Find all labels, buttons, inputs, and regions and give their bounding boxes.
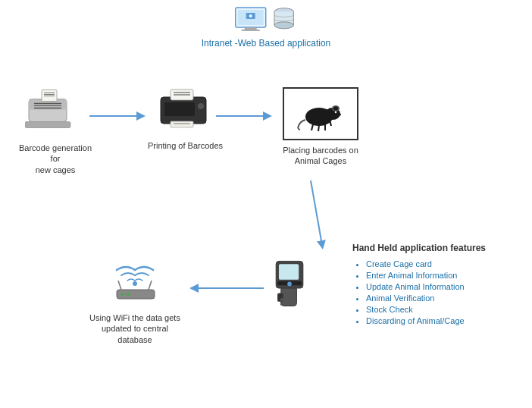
svg-point-8 bbox=[274, 22, 293, 29]
svg-rect-54 bbox=[292, 303, 296, 306]
feature-item: Update Animal Information bbox=[366, 282, 486, 291]
svg-point-60 bbox=[127, 293, 130, 296]
feature-item: Enter Animal Information bbox=[366, 271, 486, 280]
feature-item: Discarding of Animal/Cage bbox=[366, 316, 486, 325]
svg-rect-14 bbox=[42, 90, 57, 102]
printer-icon bbox=[157, 83, 214, 136]
svg-rect-52 bbox=[280, 303, 285, 306]
diagram-container: Intranet -Web Based application B bbox=[0, 0, 532, 408]
svg-rect-51 bbox=[292, 298, 296, 301]
svg-rect-28 bbox=[164, 102, 195, 116]
svg-rect-18 bbox=[25, 122, 70, 128]
scanner-icon bbox=[25, 82, 86, 138]
cage-box bbox=[283, 87, 358, 140]
svg-line-62 bbox=[149, 281, 152, 290]
features-list: Create Cage cardEnter Animal Information… bbox=[352, 259, 486, 325]
svg-rect-53 bbox=[286, 303, 290, 306]
svg-point-59 bbox=[121, 293, 124, 296]
feature-item: Stock Check bbox=[366, 305, 486, 314]
top-label: Intranet -Web Based application bbox=[202, 38, 331, 49]
svg-line-61 bbox=[118, 281, 121, 290]
printer-label: Printing of Barcodes bbox=[148, 140, 223, 151]
svg-point-57 bbox=[133, 281, 137, 286]
svg-line-42 bbox=[311, 180, 322, 245]
svg-rect-45 bbox=[279, 264, 299, 280]
wifi-router-icon bbox=[111, 256, 160, 309]
diagonal-arrow bbox=[288, 177, 349, 253]
scanner-label: Barcode generation for new cages bbox=[14, 143, 97, 175]
wifi-label: Using WiFi the data gets updated to cent… bbox=[89, 312, 180, 345]
feature-item: Animal Verification bbox=[366, 293, 486, 303]
features-title: Hand Held application features bbox=[352, 243, 486, 253]
svg-rect-2 bbox=[242, 30, 260, 31]
cage-label: Placing barcodes on Animal Cages bbox=[279, 145, 362, 167]
svg-line-36 bbox=[311, 124, 313, 130]
top-icons bbox=[234, 6, 298, 35]
svg-rect-25 bbox=[171, 121, 193, 127]
svg-rect-50 bbox=[286, 298, 290, 301]
features-section: Hand Held application features Create Ca… bbox=[352, 243, 486, 328]
svg-point-34 bbox=[333, 106, 338, 110]
svg-point-5 bbox=[249, 14, 252, 17]
svg-rect-49 bbox=[280, 298, 285, 301]
svg-point-40 bbox=[338, 113, 341, 115]
svg-line-37 bbox=[318, 125, 319, 131]
handheld-scanner-icon bbox=[269, 254, 311, 314]
svg-point-27 bbox=[198, 103, 204, 109]
arrow-scanner-printer bbox=[89, 108, 146, 127]
svg-rect-1 bbox=[245, 27, 257, 30]
arrow-printer-cage bbox=[216, 108, 273, 127]
svg-point-35 bbox=[334, 111, 336, 112]
database-icon bbox=[271, 6, 298, 35]
top-section: Intranet -Web Based application bbox=[202, 6, 331, 49]
feature-item: Create Cage card bbox=[366, 259, 486, 268]
svg-point-48 bbox=[287, 282, 292, 287]
arrow-handheld-wifi bbox=[188, 281, 264, 299]
monitor-icon bbox=[234, 6, 268, 35]
